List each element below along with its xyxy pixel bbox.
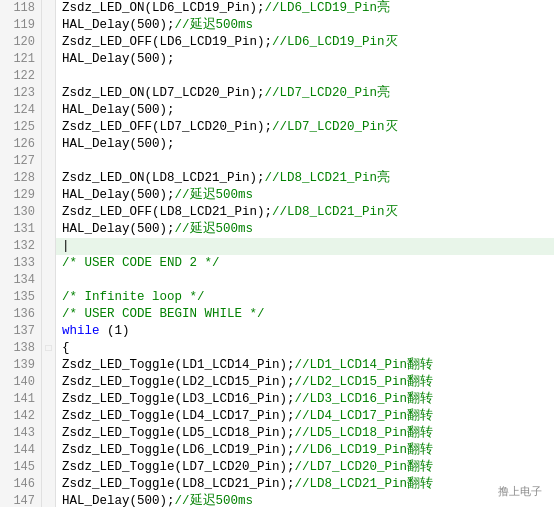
line-number: 127 — [0, 153, 42, 170]
code-text: Zsdz_LED_ON(LD7_LCD20_Pin); — [62, 86, 265, 100]
line-number: 143 — [0, 425, 42, 442]
line-gutter — [42, 357, 56, 374]
table-row: 123 Zsdz_LED_ON(LD7_LCD20_Pin);//LD7_LCD… — [0, 85, 554, 102]
table-row: 134 — [0, 272, 554, 289]
line-gutter — [42, 17, 56, 34]
comment-text: /* Infinite loop */ — [62, 290, 205, 304]
code-text: Zsdz_LED_Toggle(LD1_LCD14_Pin); — [62, 358, 295, 372]
comment-text: /* USER CODE END 2 */ — [62, 256, 220, 270]
line-number: 121 — [0, 51, 42, 68]
code-text: Zsdz_LED_Toggle(LD4_LCD17_Pin); — [62, 409, 295, 423]
comment-text: //LD7_LCD20_Pin翻转 — [295, 460, 434, 474]
code-text: Zsdz_LED_Toggle(LD3_LCD16_Pin); — [62, 392, 295, 406]
table-row: 119 HAL_Delay(500);//延迟500ms — [0, 17, 554, 34]
line-number: 120 — [0, 34, 42, 51]
line-content: | — [56, 238, 554, 255]
line-content: HAL_Delay(500); — [56, 102, 554, 119]
comment-text: //延迟500ms — [175, 222, 254, 236]
line-number: 147 — [0, 493, 42, 507]
code-text: (1) — [100, 324, 130, 338]
table-row: 131 HAL_Delay(500);//延迟500ms — [0, 221, 554, 238]
table-row: 137 while (1) — [0, 323, 554, 340]
comment-text: //LD3_LCD16_Pin翻转 — [295, 392, 434, 406]
code-text: Zsdz_LED_OFF(LD6_LCD19_Pin); — [62, 35, 272, 49]
table-row: 132| — [0, 238, 554, 255]
comment-text: //LD7_LCD20_Pin亮 — [265, 86, 391, 100]
line-content: HAL_Delay(500); — [56, 51, 554, 68]
line-content: while (1) — [56, 323, 554, 340]
table-row: 138□ { — [0, 340, 554, 357]
table-row: 128 Zsdz_LED_ON(LD8_LCD21_Pin);//LD8_LCD… — [0, 170, 554, 187]
line-gutter — [42, 187, 56, 204]
code-text: HAL_Delay(500); — [62, 18, 175, 32]
line-gutter — [42, 272, 56, 289]
line-number: 135 — [0, 289, 42, 306]
line-content: /* USER CODE END 2 */ — [56, 255, 554, 272]
line-number: 125 — [0, 119, 42, 136]
line-content: HAL_Delay(500);//延迟500ms — [56, 17, 554, 34]
code-text: Zsdz_LED_Toggle(LD2_LCD15_Pin); — [62, 375, 295, 389]
line-gutter — [42, 289, 56, 306]
table-row: 140 Zsdz_LED_Toggle(LD2_LCD15_Pin);//LD2… — [0, 374, 554, 391]
line-gutter — [42, 119, 56, 136]
code-editor: 118 Zsdz_LED_ON(LD6_LCD19_Pin);//LD6_LCD… — [0, 0, 554, 507]
code-text: HAL_Delay(500); — [62, 137, 175, 151]
code-text: Zsdz_LED_OFF(LD7_LCD20_Pin); — [62, 120, 272, 134]
table-row: 125 Zsdz_LED_OFF(LD7_LCD20_Pin);//LD7_LC… — [0, 119, 554, 136]
line-content: Zsdz_LED_ON(LD6_LCD19_Pin);//LD6_LCD19_P… — [56, 0, 554, 17]
line-gutter — [42, 391, 56, 408]
code-text: Zsdz_LED_Toggle(LD6_LCD19_Pin); — [62, 443, 295, 457]
line-gutter — [42, 153, 56, 170]
line-content: HAL_Delay(500);//延迟500ms — [56, 187, 554, 204]
line-content: Zsdz_LED_Toggle(LD2_LCD15_Pin);//LD2_LCD… — [56, 374, 554, 391]
table-row: 129 HAL_Delay(500);//延迟500ms — [0, 187, 554, 204]
line-number: 134 — [0, 272, 42, 289]
line-content: Zsdz_LED_ON(LD8_LCD21_Pin);//LD8_LCD21_P… — [56, 170, 554, 187]
table-row: 135 /* Infinite loop */ — [0, 289, 554, 306]
line-gutter — [42, 425, 56, 442]
code-text: HAL_Delay(500); — [62, 103, 175, 117]
table-row: 120 Zsdz_LED_OFF(LD6_LCD19_Pin);//LD6_LC… — [0, 34, 554, 51]
keyword-text: while — [62, 324, 100, 338]
line-content: Zsdz_LED_Toggle(LD5_LCD18_Pin);//LD5_LCD… — [56, 425, 554, 442]
line-number: 137 — [0, 323, 42, 340]
comment-text: //LD1_LCD14_Pin翻转 — [295, 358, 434, 372]
comment-text: //LD5_LCD18_Pin翻转 — [295, 426, 434, 440]
line-gutter — [42, 476, 56, 493]
line-number: 119 — [0, 17, 42, 34]
table-row: 139 Zsdz_LED_Toggle(LD1_LCD14_Pin);//LD1… — [0, 357, 554, 374]
line-gutter — [42, 102, 56, 119]
line-gutter — [42, 85, 56, 102]
table-row: 141 Zsdz_LED_Toggle(LD3_LCD16_Pin);//LD3… — [0, 391, 554, 408]
comment-text: //LD8_LCD21_Pin亮 — [265, 171, 391, 185]
comment-text: //延迟500ms — [175, 494, 254, 507]
line-content: /* Infinite loop */ — [56, 289, 554, 306]
line-gutter — [42, 51, 56, 68]
line-gutter: □ — [42, 340, 56, 357]
line-content: Zsdz_LED_OFF(LD6_LCD19_Pin);//LD6_LCD19_… — [56, 34, 554, 51]
code-text: Zsdz_LED_OFF(LD8_LCD21_Pin); — [62, 205, 272, 219]
table-row: 136 /* USER CODE BEGIN WHILE */ — [0, 306, 554, 323]
line-content: Zsdz_LED_Toggle(LD7_LCD20_Pin);//LD7_LCD… — [56, 459, 554, 476]
line-gutter — [42, 170, 56, 187]
code-lines: 118 Zsdz_LED_ON(LD6_LCD19_Pin);//LD6_LCD… — [0, 0, 554, 507]
table-row: 142 Zsdz_LED_Toggle(LD4_LCD17_Pin);//LD4… — [0, 408, 554, 425]
table-row: 124 HAL_Delay(500); — [0, 102, 554, 119]
line-content: Zsdz_LED_Toggle(LD8_LCD21_Pin);//LD8_LCD… — [56, 476, 554, 493]
code-text: Zsdz_LED_ON(LD6_LCD19_Pin); — [62, 1, 265, 15]
code-text: HAL_Delay(500); — [62, 222, 175, 236]
line-number: 142 — [0, 408, 42, 425]
code-text: Zsdz_LED_Toggle(LD5_LCD18_Pin); — [62, 426, 295, 440]
comment-text: //LD4_LCD17_Pin翻转 — [295, 409, 434, 423]
comment-text: //LD6_LCD19_Pin亮 — [265, 1, 391, 15]
comment-text: //延迟500ms — [175, 18, 254, 32]
line-content — [56, 153, 554, 170]
watermark: 撸上电子 — [498, 484, 542, 499]
table-row: 143 Zsdz_LED_Toggle(LD5_LCD18_Pin);//LD5… — [0, 425, 554, 442]
line-gutter — [42, 136, 56, 153]
comment-text: //LD6_LCD19_Pin灭 — [272, 35, 398, 49]
table-row: 121 HAL_Delay(500); — [0, 51, 554, 68]
comment-text: //延迟500ms — [175, 188, 254, 202]
line-content: /* USER CODE BEGIN WHILE */ — [56, 306, 554, 323]
line-gutter — [42, 442, 56, 459]
